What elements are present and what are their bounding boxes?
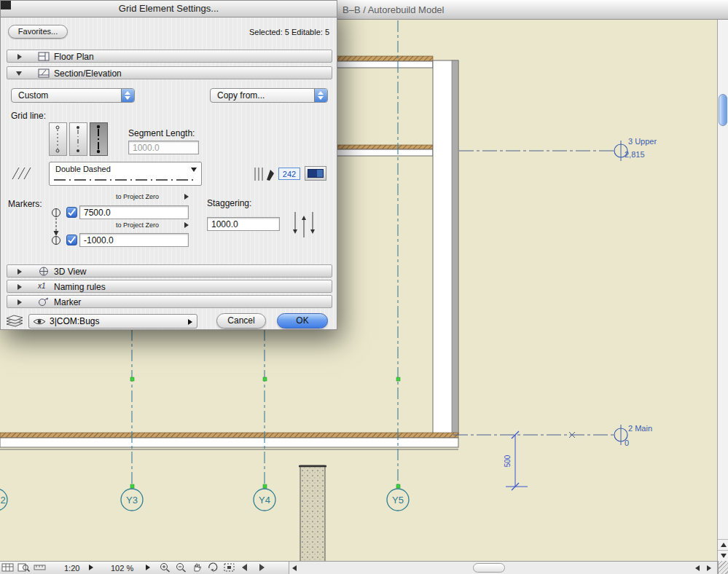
marker-top-reference[interactable]: to Project Zero: [116, 193, 159, 200]
check-icon: [67, 235, 77, 245]
markers-label: Markers:: [8, 199, 42, 209]
copy-from-popup[interactable]: Copy from...: [210, 88, 328, 103]
disclosure-down-icon[interactable]: [16, 71, 22, 76]
line-style-segmented-button[interactable]: [90, 122, 108, 156]
line-type-arrow-icon: [191, 168, 197, 172]
staggering-field[interactable]: [207, 217, 280, 231]
scroll-right-icon[interactable]: [707, 565, 711, 571]
scroll-up-icon: [721, 543, 727, 547]
pan-button[interactable]: [191, 562, 206, 573]
marker-bottom-elevation-field[interactable]: [79, 233, 189, 247]
cancel-button[interactable]: Cancel: [216, 313, 266, 329]
scroll-down-button[interactable]: [718, 550, 728, 561]
ok-button[interactable]: OK: [277, 313, 328, 329]
line-type-popup[interactable]: Double Dashed: [49, 162, 202, 186]
pen-number-field[interactable]: [278, 168, 300, 180]
quick-options-button[interactable]: [1, 562, 16, 573]
section-floor-plan[interactable]: Floor Plan: [7, 50, 332, 63]
disclosure-right-icon[interactable]: [17, 54, 22, 60]
copy-from-popup-value: Copy from...: [217, 90, 265, 101]
section-marker[interactable]: Marker: [7, 295, 332, 308]
section-floor-plan-label: Floor Plan: [54, 52, 94, 62]
grid-bubble-y3-label: Y3: [126, 495, 138, 506]
reference-menu-arrow[interactable]: [184, 194, 189, 200]
check-icon: [67, 208, 77, 217]
section-elevation-icon: [38, 68, 50, 78]
upper-beam[interactable]: [332, 149, 433, 156]
naming-rules-icon: x1: [38, 282, 46, 290]
marker-top-checkbox[interactable]: [66, 207, 77, 218]
orbit-button[interactable]: [207, 562, 222, 573]
zoom-out-button[interactable]: [175, 562, 189, 573]
marker-bottom-reference[interactable]: to Project Zero: [116, 221, 159, 229]
scroll-down-icon: [721, 554, 727, 558]
floor-slab[interactable]: [0, 438, 458, 447]
upper-beam-hatch[interactable]: [332, 145, 433, 149]
previous-zoom-button[interactable]: [239, 562, 254, 573]
floor-plan-icon: [38, 52, 50, 61]
horizontal-scroll-thumb[interactable]: [473, 563, 505, 573]
status-bar: 1:20 102 %: [0, 561, 728, 574]
section-section-elevation[interactable]: Section/Elevation: [7, 66, 332, 79]
roof-beam[interactable]: [332, 61, 433, 68]
floor-slab-hatch[interactable]: [0, 433, 458, 438]
section-3d-view[interactable]: 3D View: [7, 264, 332, 278]
staggering-icon: [288, 209, 323, 241]
marker-top-icon: [50, 207, 62, 219]
layer-popup[interactable]: 3|COM:Bugs: [28, 314, 197, 329]
section-section-elevation-label: Section/Elevation: [54, 68, 122, 79]
disclosure-right-icon[interactable]: [17, 299, 22, 305]
ruler-icon: [34, 562, 47, 573]
window-resize-grip[interactable]: [718, 561, 728, 574]
dialog-corner-widget[interactable]: [1, 1, 11, 9]
segment-length-field[interactable]: [128, 141, 199, 154]
concrete-column[interactable]: [300, 465, 325, 562]
tracker-button[interactable]: [17, 562, 32, 573]
dialog-titlebar[interactable]: Grid Element Settings...: [1, 1, 337, 17]
layer-popup-value: 3|COM:Bugs: [50, 316, 99, 326]
favorites-button[interactable]: Favorites...: [8, 25, 68, 39]
section-marker-label: Marker: [54, 297, 81, 307]
zoom-percent-value[interactable]: 102 %: [111, 564, 133, 573]
marker-top-elevation-field[interactable]: [79, 205, 189, 219]
horizontal-scrollbar[interactable]: [289, 562, 718, 574]
line-style-dashdot-button[interactable]: [69, 122, 87, 156]
dimension-text: 500: [504, 455, 512, 467]
window-title: B–B / Autorebuild Model: [343, 4, 444, 15]
roof-beam-hatch[interactable]: [332, 56, 433, 61]
grid-bubble-y5-label: Y5: [392, 495, 404, 506]
scroll-left-end-icon[interactable]: [695, 565, 700, 571]
scale-menu-arrow[interactable]: [89, 565, 93, 570]
marker-section-icon: [38, 297, 50, 307]
vertical-scrollbar[interactable]: [717, 20, 728, 561]
drafting-aid-button[interactable]: [34, 562, 48, 573]
reference-menu-arrow[interactable]: [184, 222, 189, 228]
pen-color-button[interactable]: [305, 166, 326, 181]
zoom-menu-arrow[interactable]: [146, 565, 150, 570]
line-style-dotted-button[interactable]: [49, 122, 67, 156]
scroll-up-button[interactable]: [718, 539, 728, 550]
story-upper-name: 3 Upper: [628, 137, 657, 146]
fit-in-window-button[interactable]: [223, 562, 238, 573]
disclosure-right-icon[interactable]: [17, 284, 22, 290]
section-naming-rules[interactable]: x1 Naming rules: [7, 280, 332, 293]
dotted-line-icon: [50, 123, 66, 155]
disclosure-right-icon[interactable]: [17, 269, 22, 275]
wall-outer-layer[interactable]: [452, 60, 458, 435]
linetype-category-icon: [8, 165, 39, 181]
grid-bubble-y2-label: 2: [0, 495, 5, 506]
segmented-line-icon: [90, 123, 107, 155]
next-zoom-button[interactable]: [255, 562, 270, 573]
scroll-left-icon[interactable]: [292, 565, 297, 571]
grid-element-settings-dialog: Grid Element Settings... Favorites... Se…: [0, 0, 337, 330]
next-zoom-icon: [255, 562, 268, 573]
style-popup[interactable]: Custom: [11, 88, 135, 103]
marker-bottom-checkbox[interactable]: [66, 235, 77, 245]
grid-table-icon: [1, 562, 15, 573]
drawing-scale-value[interactable]: 1:20: [64, 564, 79, 573]
zoom-in-button[interactable]: [159, 562, 173, 573]
story-main-elevation: 0: [625, 439, 629, 447]
grid-bubble-y4-label: Y4: [259, 495, 270, 506]
style-popup-value: Custom: [18, 90, 48, 101]
vertical-scroll-thumb[interactable]: [719, 94, 727, 126]
